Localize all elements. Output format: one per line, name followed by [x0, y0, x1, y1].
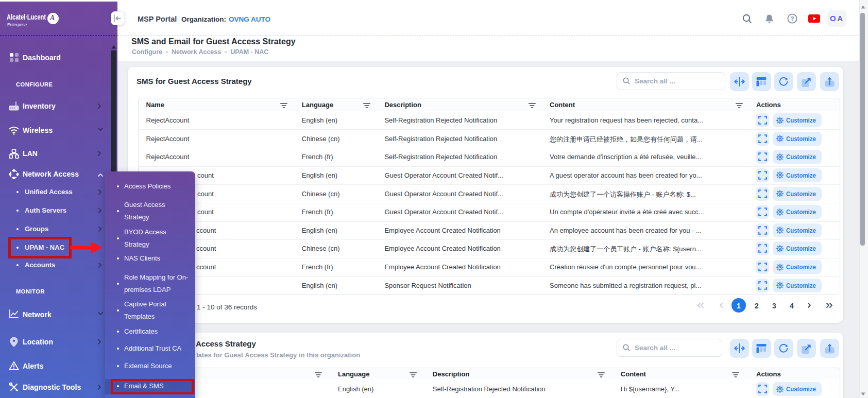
svg-text:?: ?	[790, 15, 794, 22]
